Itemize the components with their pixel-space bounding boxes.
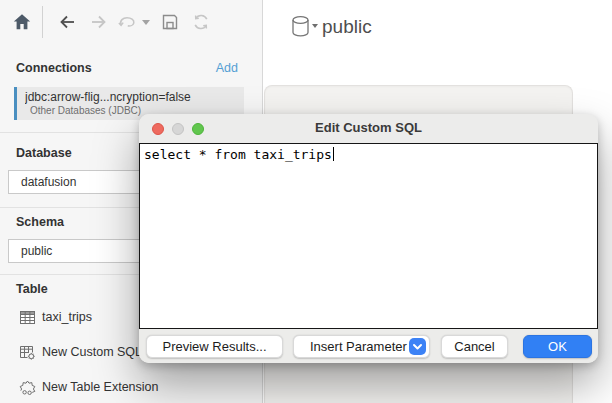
- table-name: taxi_trips: [42, 310, 92, 324]
- insert-parameter-chevron-icon[interactable]: [409, 338, 426, 355]
- main-header: [264, 0, 612, 85]
- ok-button[interactable]: OK: [523, 335, 592, 358]
- database-select-value: datafusion: [21, 175, 76, 189]
- sql-editor-textarea[interactable]: select * from taxi_trips: [139, 143, 598, 329]
- caret-down-icon[interactable]: [141, 11, 151, 33]
- dialog-footer: Preview Results... Insert Parameter Canc…: [139, 329, 598, 363]
- connection-title: jdbc:arrow-flig...ncryption=false: [25, 90, 238, 104]
- action-label: New Custom SQL: [42, 345, 142, 359]
- edit-custom-sql-dialog: Edit Custom SQL select * from taxi_trips…: [139, 114, 598, 363]
- redo-icon[interactable]: [116, 11, 138, 33]
- table-label: Table: [16, 282, 48, 296]
- app-window: Connections Add jdbc:arrow-flig...ncrypt…: [0, 0, 612, 403]
- home-icon[interactable]: [11, 11, 33, 33]
- forward-arrow-icon[interactable]: [88, 11, 110, 33]
- add-connection-link[interactable]: Add: [216, 61, 238, 75]
- insert-parameter-button[interactable]: Insert Parameter: [293, 335, 430, 358]
- sql-text: select * from taxi_trips: [144, 147, 332, 162]
- database-label: Database: [16, 146, 72, 160]
- connections-label: Connections: [16, 61, 92, 75]
- preview-results-button[interactable]: Preview Results...: [146, 335, 283, 358]
- new-table-extension-item[interactable]: New Table Extension: [0, 374, 262, 400]
- toolbar: [0, 0, 263, 46]
- back-arrow-icon[interactable]: [56, 11, 78, 33]
- schema-select-value: public: [21, 244, 52, 258]
- chevron-down-icon[interactable]: [312, 24, 318, 28]
- schema-label: Schema: [16, 215, 64, 229]
- insert-parameter-label: Insert Parameter: [310, 339, 407, 354]
- save-icon[interactable]: [159, 11, 181, 33]
- connections-header: Connections Add: [0, 60, 263, 78]
- database-cylinder-icon[interactable]: [291, 15, 310, 38]
- toolbar-divider: [42, 6, 43, 38]
- main-schema-title: public: [322, 16, 372, 38]
- table-grid-icon: [19, 309, 36, 326]
- cancel-button[interactable]: Cancel: [441, 335, 508, 358]
- refresh-icon[interactable]: [190, 11, 212, 33]
- action-label: New Table Extension: [42, 380, 159, 394]
- custom-sql-icon: [19, 344, 36, 361]
- dialog-title: Edit Custom SQL: [139, 120, 598, 135]
- table-extension-icon: [19, 379, 36, 396]
- dialog-titlebar[interactable]: Edit Custom SQL: [139, 114, 598, 143]
- text-cursor: [333, 147, 335, 161]
